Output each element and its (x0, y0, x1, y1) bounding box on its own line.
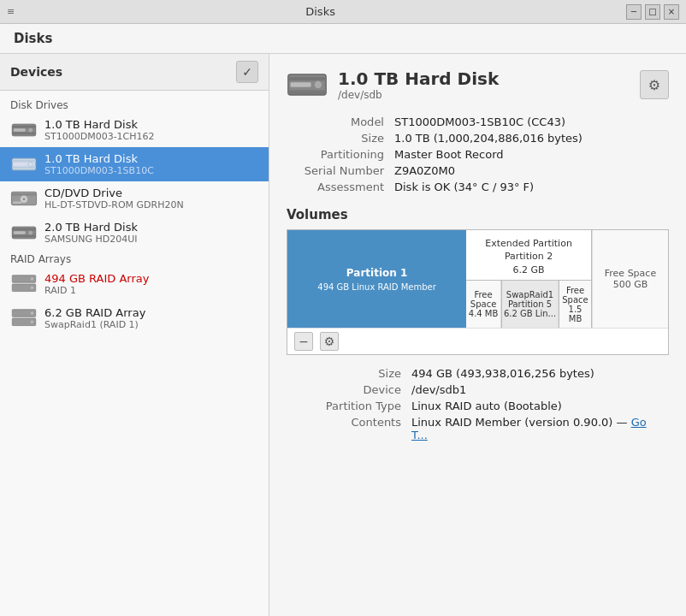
extended-children: Free Space4.4 MB SwapRaid1Partition 56.2… (466, 280, 591, 328)
hdd-icon-2 (10, 152, 38, 176)
partition-info-table: Size 494 GB (493,938,016,256 bytes) Devi… (287, 365, 669, 443)
device-name-hdd2: 1.0 TB Hard Disk (44, 152, 258, 165)
model-label: Model (287, 114, 389, 130)
svg-rect-2 (12, 133, 35, 135)
ext-child-free1[interactable]: Free Space4.4 MB (466, 281, 501, 328)
device-sub-dvd1: HL-DT-STDVD-ROM GDRH20N (44, 199, 258, 210)
svg-point-27 (31, 321, 33, 323)
sidebar-content: Disk Drives 1.0 TB Hard Disk ST1000DM003… (0, 91, 269, 616)
titlebar-buttons: − □ × (626, 4, 679, 20)
remove-partition-button[interactable]: − (294, 332, 313, 351)
main-layout: Devices ✓ Disk Drives 1.0 TB Har (0, 54, 686, 616)
titlebar-left: ≡ (7, 6, 15, 17)
serial-label: Serial Number (287, 163, 389, 179)
free-space-label: Free Space500 GB (605, 268, 656, 290)
partition-1-label: Partition 1 (346, 267, 408, 279)
part-size-label: Size (287, 365, 406, 382)
partitioning-label: Partitioning (287, 146, 389, 163)
part-info-row-type: Partition Type Linux RAID auto (Bootable… (287, 398, 669, 414)
device-text-hdd3: 2.0 TB Hard Disk SAMSUNG HD204UI (44, 221, 258, 245)
device-item-hdd1[interactable]: 1.0 TB Hard Disk ST1000DM003-1CH162 (0, 113, 269, 147)
model-value: ST1000DM003-1SB10C (CC43) (389, 114, 669, 130)
partition-visualization: Partition 1 494 GB Linux RAID Member Ext… (287, 229, 669, 355)
ext-child-free2[interactable]: Free Space1.5 MB (559, 281, 591, 328)
svg-rect-1 (12, 126, 35, 128)
device-item-raid2[interactable]: 6.2 GB RAID Array SwapRaid1 (RAID 1) (0, 301, 269, 335)
part-info-row-device: Device /dev/sdb1 (287, 382, 669, 398)
free1-label: Free Space4.4 MB (468, 290, 499, 318)
disk-gear-button[interactable]: ⚙ (640, 70, 669, 99)
device-sub-hdd3: SAMSUNG HD204UI (44, 234, 258, 245)
ext-child-swap[interactable]: SwapRaid1Partition 56.2 GB Lin... (501, 281, 559, 328)
info-row-size: Size 1.0 TB (1,000,204,886,016 bytes) (287, 130, 669, 146)
part-device-value: /dev/sdb1 (406, 382, 669, 398)
minimize-button[interactable]: − (626, 4, 642, 20)
disk-icon-large (287, 68, 328, 102)
swap-label: SwapRaid1Partition 56.2 GB Lin... (504, 290, 556, 318)
partition-settings-button[interactable]: ⚙ (320, 332, 339, 351)
svg-rect-32 (291, 82, 311, 87)
right-panel: 1.0 TB Hard Disk /dev/sdb ⚙ Model ST1000… (269, 54, 686, 616)
device-sub-raid2: SwapRaid1 (RAID 1) (44, 319, 258, 330)
part-type-label: Partition Type (287, 398, 406, 414)
raid-arrays-label: RAID Arrays (0, 250, 269, 267)
size-label: Size (287, 130, 389, 146)
svg-point-23 (31, 287, 33, 289)
part-device-label: Device (287, 382, 406, 398)
info-row-partitioning: Partitioning Master Boot Record (287, 146, 669, 163)
free2-label: Free Space1.5 MB (561, 286, 589, 323)
svg-point-8 (28, 162, 33, 166)
disk-info-table: Model ST1000DM003-1SB10C (CC43) Size 1.0… (287, 114, 669, 195)
assessment-label: Assessment (287, 179, 389, 195)
svg-rect-16 (12, 228, 35, 231)
svg-rect-11 (11, 193, 36, 196)
svg-rect-7 (12, 167, 35, 169)
svg-rect-19 (14, 231, 26, 234)
device-name-hdd3: 2.0 TB Hard Disk (44, 221, 258, 234)
info-row-model: Model ST1000DM003-1SB10C (CC43) (287, 114, 669, 130)
device-item-dvd1[interactable]: CD/DVD Drive HL-DT-STDVD-ROM GDRH20N (0, 181, 269, 216)
part-size-value: 494 GB (493,938,016,256 bytes) (406, 365, 669, 382)
svg-rect-17 (12, 235, 35, 238)
disk-header-left: 1.0 TB Hard Disk /dev/sdb (287, 68, 499, 102)
svg-rect-6 (12, 160, 35, 163)
device-name-raid2: 6.2 GB RAID Array (44, 306, 258, 319)
app-header: Disks (0, 24, 686, 54)
partition-segment-1[interactable]: Partition 1 494 GB Linux RAID Member (287, 230, 466, 328)
device-text-raid1: 494 GB RAID Array RAID 1 (44, 272, 258, 296)
disk-title-group: 1.0 TB Hard Disk /dev/sdb (338, 68, 499, 101)
device-item-hdd3[interactable]: 2.0 TB Hard Disk SAMSUNG HD204UI (0, 216, 269, 250)
assessment-value: Disk is OK (34° C / 93° F) (389, 179, 669, 195)
raid-icon-1 (10, 272, 38, 296)
svg-rect-14 (13, 201, 21, 204)
disk-header: 1.0 TB Hard Disk /dev/sdb ⚙ (287, 68, 669, 102)
sidebar-header: Devices ✓ (0, 54, 269, 91)
extended-top-label: Extended PartitionPartition 26.2 GB (482, 234, 576, 280)
titlebar: ≡ Disks − □ × (0, 0, 686, 24)
partition-controls: − ⚙ (287, 329, 668, 354)
device-item-hdd2[interactable]: 1.0 TB Hard Disk ST1000DM003-1SB10C (0, 147, 269, 181)
maximize-button[interactable]: □ (645, 4, 660, 20)
partitioning-value: Master Boot Record (389, 146, 669, 163)
info-row-serial: Serial Number Z9A0Z0M0 (287, 163, 669, 179)
hdd-icon-1 (10, 118, 38, 142)
info-row-assessment: Assessment Disk is OK (34° C / 93° F) (287, 179, 669, 195)
volumes-title: Volumes (287, 207, 669, 222)
part-contents-label: Contents (287, 414, 406, 443)
sidebar-check-button[interactable]: ✓ (236, 61, 258, 83)
device-name-raid1: 494 GB RAID Array (44, 272, 258, 285)
serial-value: Z9A0Z0M0 (389, 163, 669, 179)
close-button[interactable]: × (664, 4, 679, 20)
svg-point-22 (31, 277, 33, 280)
part-type-value: Linux RAID auto (Bootable) (406, 398, 669, 414)
device-name-hdd1: 1.0 TB Hard Disk (44, 118, 258, 131)
device-sub-hdd2: ST1000DM003-1SB10C (44, 165, 258, 176)
device-item-raid1[interactable]: 494 GB RAID Array RAID 1 (0, 267, 269, 301)
device-name-dvd1: CD/DVD Drive (44, 187, 258, 199)
partition-segment-extended[interactable]: Extended PartitionPartition 26.2 GB Free… (466, 230, 592, 328)
dvd-icon (10, 187, 38, 210)
svg-rect-4 (14, 128, 26, 131)
svg-point-13 (23, 198, 26, 201)
partition-segment-free[interactable]: Free Space500 GB (592, 230, 668, 328)
device-sub-raid1: RAID 1 (44, 285, 258, 296)
